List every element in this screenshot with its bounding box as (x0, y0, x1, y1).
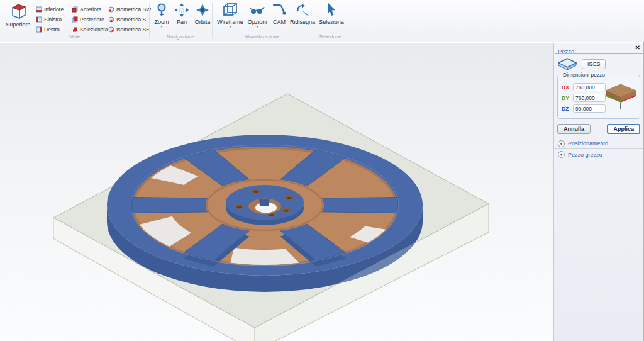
isometrica-se-icon (108, 26, 114, 33)
wireframe-dropdown-arrow[interactable]: ▾ (229, 25, 231, 28)
dx-input[interactable]: 760,000 (573, 83, 606, 91)
zoom-button[interactable]: Zoom ▾ (152, 3, 172, 28)
selezione-group-caption: Selezione (313, 34, 348, 40)
seleziona-button[interactable]: Seleziona (317, 3, 346, 25)
anteriore-icon (72, 6, 78, 13)
dx-label: DX (562, 84, 570, 91)
view-selezionata-button[interactable]: Selezionata (72, 25, 108, 33)
groupbox-legend: Dimensioni pezzo (561, 72, 607, 78)
ridisegna-button[interactable]: Ridisegna (289, 3, 316, 25)
opzioni-dropdown-arrow[interactable]: ▾ (256, 25, 258, 28)
zoom-dropdown-arrow[interactable]: ▾ (160, 25, 162, 28)
orbita-icon (195, 3, 210, 18)
pan-button[interactable]: Pan (172, 3, 192, 25)
stock-piece-icon (558, 58, 577, 70)
close-icon[interactable]: ✕ (635, 44, 640, 51)
view-sinistra-button[interactable]: Sinistra (36, 15, 62, 23)
isometrica-s-icon (108, 16, 114, 23)
cam-button[interactable]: CAM (269, 3, 289, 25)
orbita-button[interactable]: Orbita (192, 3, 213, 25)
selezionata-icon (72, 26, 78, 33)
cam-linkage-icon (272, 3, 287, 18)
chevron-down-icon: ▼ (558, 151, 565, 158)
group-separator (149, 3, 150, 38)
sinistra-icon (36, 16, 42, 23)
dy-input[interactable]: 760,000 (573, 94, 606, 102)
group-separator (348, 3, 348, 38)
view-posteriore-button[interactable]: Posteriore (72, 15, 104, 23)
view-inferiore-button[interactable]: Inferiore (36, 5, 64, 13)
section-pezzo-grezzo[interactable]: ▼ Pezzo grezzo (554, 149, 643, 160)
dy-label: DY (562, 95, 570, 101)
group-separator (212, 3, 213, 38)
cad-application-window: Superiore Inferiore Sinistra Destra Ante… (0, 0, 644, 341)
view-isometrica-sw-button[interactable]: Isometrica SW (108, 5, 151, 13)
inferiore-icon (36, 6, 42, 13)
dimensioni-pezzo-groupbox: Dimensioni pezzo DX 760,000 DY 760,000 D… (557, 75, 640, 119)
3d-scene-canvas (0, 43, 553, 341)
opzioni-glasses-icon (249, 3, 265, 18)
zoom-magnifier-icon (155, 3, 169, 18)
view-isometrica-s-button[interactable]: Isometrica S (108, 15, 146, 23)
viste-group-caption: Viste (0, 34, 149, 40)
view-anteriore-button[interactable]: Anteriore (72, 5, 102, 13)
view-superiore-button[interactable]: Superiore (3, 3, 33, 28)
superiore-cube-icon (9, 3, 28, 20)
applica-button[interactable]: Applica (607, 124, 640, 134)
destra-icon (36, 26, 42, 33)
pezzo-panel: Pezzo ✕ IGES Dimensioni pezzo DX 760,000… (553, 43, 643, 341)
view-isometrica-se-button[interactable]: Isometrica SE (108, 25, 150, 33)
navigazione-group-caption: Navigazione (149, 34, 212, 40)
ribbon-toolbar: Superiore Inferiore Sinistra Destra Ante… (0, 0, 644, 42)
view-destra-button[interactable]: Destra (36, 25, 60, 33)
3d-viewport[interactable] (0, 43, 553, 341)
panel-title: Pezzo (558, 48, 574, 55)
posteriore-icon (72, 16, 78, 23)
isometrica-sw-icon (108, 6, 114, 13)
dz-label: DZ (562, 106, 570, 112)
visualizzazione-group-caption: Visualizzazione (212, 34, 313, 40)
ridisegna-redraw-icon (294, 3, 311, 18)
wireframe-button[interactable]: Wireframe ▾ (215, 3, 245, 28)
view-superiore-label: Superiore (6, 21, 30, 28)
dz-input[interactable]: 90,000 (573, 104, 606, 113)
stock-preview-image (604, 83, 637, 111)
section-posizionamento[interactable]: ▼ Posizionamento (554, 138, 643, 149)
group-separator (313, 3, 313, 38)
pan-arrows-icon (174, 3, 189, 18)
wireframe-cube-icon (222, 3, 238, 18)
seleziona-cursor-icon (325, 3, 338, 18)
opzioni-button[interactable]: Opzioni ▾ (245, 3, 269, 28)
annulla-button[interactable]: Annulla (557, 124, 591, 134)
chevron-down-icon: ▼ (558, 140, 565, 147)
format-chip[interactable]: IGES (582, 59, 606, 69)
